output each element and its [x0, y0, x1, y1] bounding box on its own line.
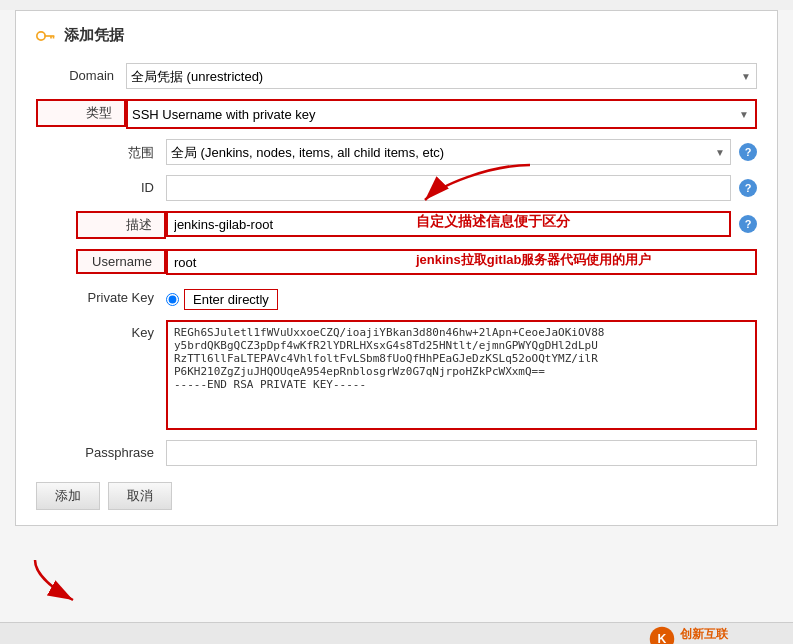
- enter-directly-label[interactable]: Enter directly: [184, 289, 278, 310]
- type-select[interactable]: SSH Username with private key: [128, 101, 755, 127]
- scope-select[interactable]: 全局 (Jenkins, nodes, items, all child ite…: [166, 139, 731, 165]
- key-textarea-row: Key 用户的私钥，公钥已经存在在gitlab 上: [36, 320, 757, 430]
- key-label: Key: [76, 320, 166, 430]
- id-input[interactable]: [166, 175, 731, 201]
- svg-text:K: K: [657, 632, 666, 644]
- scope-help-icon[interactable]: ?: [739, 143, 757, 161]
- add-button[interactable]: 添加: [36, 482, 100, 510]
- button-row: 添加 取消: [36, 482, 757, 510]
- brand-logo: K 创新互联 CHUANG XIN HU LIAN: [648, 625, 783, 645]
- add-arrow-svg: [25, 555, 85, 605]
- description-label: 描述: [76, 211, 166, 239]
- description-row: 描述 ? 自定义描述信息便于区分: [36, 211, 757, 239]
- enter-directly-group: Enter directly: [166, 285, 278, 310]
- scope-label: 范围: [76, 139, 166, 162]
- username-input[interactable]: [166, 249, 757, 275]
- domain-select-wrapper: 全局凭据 (unrestricted) ▼: [126, 63, 757, 89]
- key-textarea[interactable]: [166, 320, 757, 430]
- id-help-icon[interactable]: ?: [739, 179, 757, 197]
- cancel-button[interactable]: 取消: [108, 482, 172, 510]
- scope-row: 范围 全局 (Jenkins, nodes, items, all child …: [36, 139, 757, 165]
- domain-label: Domain: [36, 63, 126, 83]
- bottom-bar: K 创新互联 CHUANG XIN HU LIAN: [0, 622, 793, 644]
- passphrase-label: Passphrase: [76, 440, 166, 460]
- id-label: ID: [76, 175, 166, 195]
- description-input[interactable]: [166, 211, 731, 237]
- domain-select[interactable]: 全局凭据 (unrestricted): [126, 63, 757, 89]
- brand-icon-svg: K: [648, 625, 676, 645]
- svg-point-0: [37, 31, 45, 39]
- passphrase-row: Passphrase: [36, 440, 757, 466]
- passphrase-input[interactable]: [166, 440, 757, 466]
- private-key-row: Private Key Enter directly: [36, 285, 757, 310]
- type-select-wrapper: SSH Username with private key ▼: [126, 99, 757, 129]
- id-row: ID ?: [36, 175, 757, 201]
- private-key-label: Private Key: [76, 285, 166, 305]
- description-help-icon[interactable]: ?: [739, 215, 757, 233]
- add-credentials-dialog: 添加凭据 Domain 全局凭据 (unrestricted) ▼ 类型 SSH…: [15, 10, 778, 526]
- username-label: Username: [76, 249, 166, 274]
- username-row: Username jenkins拉取gitlab服务器代码使用的用户: [36, 249, 757, 275]
- dialog-title-text: 添加凭据: [64, 26, 124, 45]
- main-container: 添加凭据 Domain 全局凭据 (unrestricted) ▼ 类型 SSH…: [0, 10, 793, 644]
- type-label: 类型: [36, 99, 126, 127]
- enter-directly-radio[interactable]: [166, 293, 179, 306]
- key-icon: [36, 30, 56, 42]
- dialog-title: 添加凭据: [36, 26, 757, 45]
- brand-name: 创新互联: [680, 626, 783, 643]
- domain-row: Domain 全局凭据 (unrestricted) ▼: [36, 63, 757, 89]
- type-row: 类型 SSH Username with private key ▼: [36, 99, 757, 129]
- scope-select-wrapper: 全局 (Jenkins, nodes, items, all child ite…: [166, 139, 731, 165]
